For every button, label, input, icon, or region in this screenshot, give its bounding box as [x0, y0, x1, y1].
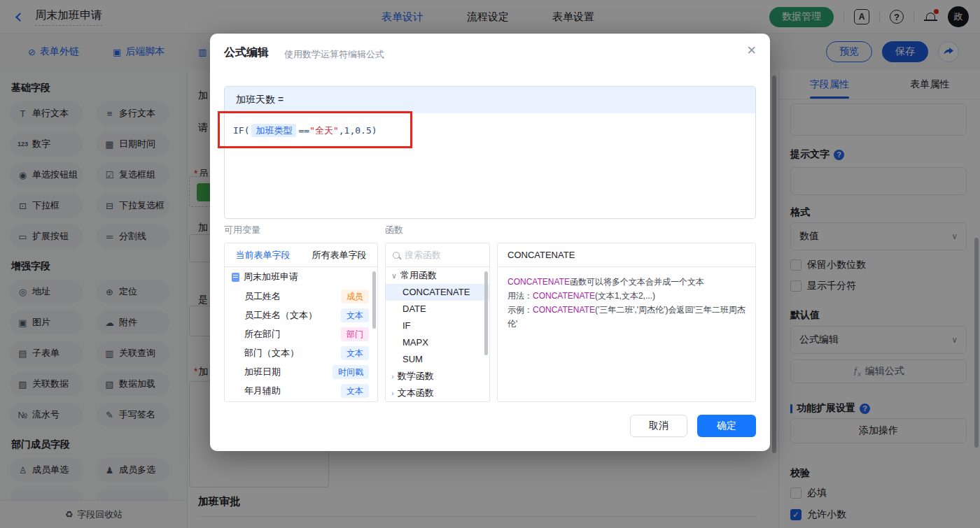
variables-label: 可用变量 — [224, 224, 260, 236]
variables-scrollbar[interactable] — [372, 271, 376, 329]
variables-panel: 当前表单字段 所有表单字段 周末加班申请 员工姓名成员 员工姓名（文本）文本 所… — [224, 243, 378, 402]
search-icon — [393, 252, 400, 259]
tab-current-form-fields[interactable]: 当前表单字段 — [225, 243, 301, 266]
function-item-if[interactable]: IF — [386, 317, 489, 334]
type-badge: 文本 — [341, 308, 369, 322]
variable-tree-root[interactable]: 周末加班申请 — [225, 267, 377, 287]
variable-row[interactable]: 加班日期时间戳 — [225, 362, 377, 381]
app-window: 周末加班申请 表单设计 流程设定 表单设置 数据管理 A ? 政 ⊘ 表单外链 — [0, 0, 980, 528]
formula-target: 加班天数 = — [225, 87, 755, 113]
close-icon[interactable]: × — [747, 43, 756, 58]
modal-title: 公式编辑 — [224, 45, 269, 60]
modal-subtitle: 使用数学运算符编辑公式 — [284, 48, 384, 61]
variable-row[interactable]: 部门（文本）文本 — [225, 343, 377, 362]
formula-code-editor[interactable]: IF(加班类型=="全天",1,0.5) — [225, 113, 755, 148]
type-badge: 文本 — [341, 346, 369, 360]
function-description: CONCATENATE函数可以将多个文本合并成一个文本 用法：CONCATENA… — [498, 267, 755, 338]
function-search-input[interactable] — [405, 250, 475, 260]
formula-editor-modal: 公式编辑 使用数学运算符编辑公式 × 加班天数 = IF(加班类型=="全天",… — [210, 34, 770, 451]
function-search — [386, 243, 489, 267]
formula-box: 加班天数 = IF(加班类型=="全天",1,0.5) — [224, 86, 756, 219]
tab-all-form-fields[interactable]: 所有表单字段 — [301, 243, 377, 266]
function-group-text[interactable]: ›文本函数 — [386, 385, 489, 401]
function-description-panel: CONCATENATE CONCATENATE函数可以将多个文本合并成一个文本 … — [497, 243, 756, 402]
variable-row[interactable]: 员工姓名（文本）文本 — [225, 306, 377, 324]
cancel-button[interactable]: 取消 — [630, 415, 687, 437]
variable-row[interactable]: 年月辅助文本 — [225, 381, 377, 400]
formula-keyword: IF( — [233, 125, 249, 136]
formula-string: "全天" — [309, 125, 339, 136]
example-line: 示例：CONCATENATE('三年二班','周杰伦')会返回'三年二班周杰伦' — [507, 303, 746, 331]
chevron-right-icon: › — [391, 385, 394, 401]
description-line: CONCATENATE函数可以将多个文本合并成一个文本 — [507, 275, 746, 289]
formula-field-token[interactable]: 加班类型 — [251, 124, 296, 137]
function-item-concatenate[interactable]: CONCATENATE — [386, 284, 489, 301]
function-item-sum[interactable]: SUM — [386, 351, 489, 368]
chevron-down-icon: ∨ — [391, 267, 397, 284]
functions-label: 函数 — [385, 224, 403, 236]
function-item-date[interactable]: DATE — [386, 301, 489, 317]
type-badge: 文本 — [341, 384, 369, 398]
variable-row[interactable]: 员工姓名成员 — [225, 287, 377, 306]
formula-operator: == — [298, 125, 309, 136]
variable-row[interactable]: 所在部门部门 — [225, 324, 377, 343]
functions-panel: ∨常用函数 CONCATENATE DATE IF MAPX SUM ›数学函数… — [385, 243, 490, 402]
function-group-math[interactable]: ›数学函数 — [386, 368, 489, 385]
type-badge: 成员 — [341, 290, 369, 304]
function-item-mapx[interactable]: MAPX — [386, 334, 489, 351]
confirm-button[interactable]: 确定 — [697, 415, 756, 437]
formula-rest: ,1,0.5) — [339, 125, 377, 136]
function-group-common[interactable]: ∨常用函数 — [386, 267, 489, 284]
type-badge: 部门 — [341, 327, 369, 341]
type-badge: 时间戳 — [332, 365, 369, 379]
usage-line: 用法：CONCATENATE(文本1,文本2,...) — [507, 289, 746, 303]
chevron-right-icon: › — [391, 368, 394, 385]
function-name: CONCATENATE — [498, 243, 755, 267]
functions-scrollbar[interactable] — [484, 271, 488, 355]
form-doc-icon — [232, 273, 239, 282]
